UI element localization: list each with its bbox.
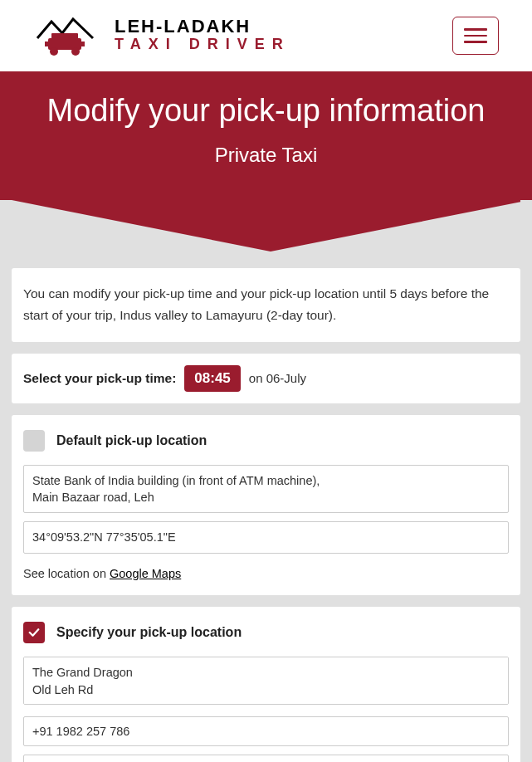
pickup-time-card: Select your pick-up time: 08:45 on 06-Ju…	[12, 354, 520, 403]
page-subtitle: Private Taxi	[17, 144, 515, 167]
hero-triangle	[12, 200, 520, 252]
custom-location-checkbox[interactable]	[23, 622, 45, 643]
default-location-checkbox-row: Default pick-up location	[23, 430, 509, 452]
svg-rect-1	[51, 33, 78, 40]
svg-point-3	[71, 47, 80, 56]
your-phone-input[interactable]	[23, 755, 509, 762]
maps-link-row: See location on Google Maps	[23, 567, 509, 580]
logo-line1: LEH-LADAKH	[115, 17, 290, 36]
header: LEH-LADAKH TAXI DRIVER	[0, 0, 532, 71]
pickup-time-select[interactable]: 08:45	[184, 365, 240, 392]
default-address-field: State Bank of India building (in front o…	[23, 465, 509, 514]
hamburger-icon	[464, 28, 487, 31]
custom-address-input[interactable]	[23, 657, 509, 705]
logo-icon	[33, 15, 108, 56]
custom-location-checkbox-row: Specify your pick-up location	[23, 622, 509, 643]
custom-location-label: Specify your pick-up location	[56, 625, 242, 640]
content-area: You can modify your pick-up time and you…	[0, 200, 532, 762]
default-coordinates-field: 34°09'53.2"N 77°35'05.1"E	[23, 521, 509, 553]
menu-button[interactable]	[452, 17, 499, 55]
pickup-time-label: Select your pick-up time:	[23, 371, 176, 386]
custom-location-card: Specify your pick-up location	[12, 607, 520, 762]
svg-point-2	[50, 47, 58, 56]
svg-rect-4	[45, 42, 48, 46]
default-location-checkbox[interactable]	[23, 430, 45, 452]
pickup-time-date: on 06-July	[249, 371, 306, 385]
default-location-label: Default pick-up location	[56, 433, 207, 448]
info-card: You can modify your pick-up time and you…	[12, 268, 520, 342]
logo-line2: TAXI DRIVER	[115, 36, 290, 54]
svg-rect-5	[81, 42, 85, 46]
page-title: Modify your pick-up information	[17, 93, 515, 129]
google-maps-link[interactable]: Google Maps	[110, 567, 181, 580]
location-phone-input[interactable]	[23, 716, 509, 746]
check-icon	[27, 625, 41, 640]
info-text: You can modify your pick-up time and you…	[23, 286, 489, 322]
hero-banner: Modify your pick-up information Private …	[0, 71, 532, 200]
logo-text: LEH-LADAKH TAXI DRIVER	[115, 17, 290, 54]
default-location-card: Default pick-up location State Bank of I…	[12, 415, 520, 595]
logo[interactable]: LEH-LADAKH TAXI DRIVER	[33, 15, 290, 56]
